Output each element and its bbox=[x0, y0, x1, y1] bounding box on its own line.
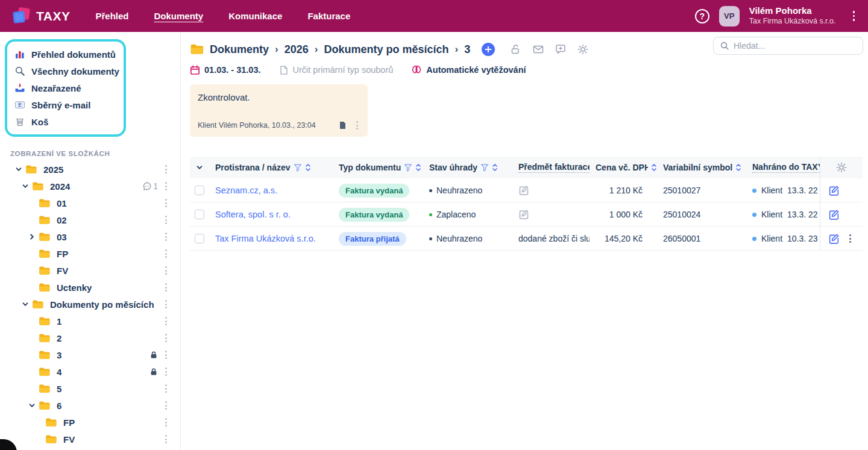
tree-folder-03[interactable]: 03 bbox=[0, 228, 180, 245]
quick-link-2[interactable]: Nezařazené bbox=[14, 80, 116, 96]
folder-menu-kebab-icon[interactable] bbox=[163, 366, 169, 377]
tree-folder-2024[interactable]: 20241 bbox=[0, 178, 180, 195]
breadcrumb-part-1[interactable]: 2026 bbox=[285, 43, 309, 56]
filter-icon[interactable] bbox=[294, 163, 302, 172]
filter-icon[interactable] bbox=[480, 163, 489, 172]
chevron-right-icon[interactable] bbox=[25, 232, 39, 242]
folder-menu-kebab-icon[interactable] bbox=[163, 299, 169, 310]
comment-plus-icon[interactable] bbox=[555, 43, 567, 55]
quick-link-0[interactable]: Přehled dokumentů bbox=[14, 46, 116, 63]
tree-folder-1[interactable]: 1 bbox=[0, 313, 180, 330]
folder-menu-kebab-icon[interactable] bbox=[163, 231, 169, 242]
counterparty-link[interactable]: Seznam.cz, a.s. bbox=[215, 186, 277, 195]
tree-folder-smlouvy[interactable]: Smlouvy bbox=[0, 448, 180, 450]
folder-menu-kebab-icon[interactable] bbox=[163, 282, 169, 293]
quick-link-1[interactable]: Všechny dokumenty bbox=[14, 63, 116, 80]
filter-icon[interactable] bbox=[404, 163, 412, 172]
auto-extract-toggle[interactable]: Automatické vytěžování bbox=[411, 64, 526, 75]
chevron-down-icon[interactable] bbox=[25, 401, 39, 410]
date-range[interactable]: 01.03. - 31.03. bbox=[190, 65, 261, 75]
nav-item-komunikace[interactable]: Komunikace bbox=[228, 11, 282, 21]
tree-folder-fv[interactable]: FV bbox=[0, 431, 180, 448]
folder-menu-kebab-icon[interactable] bbox=[163, 383, 169, 394]
folder-menu-kebab-icon[interactable] bbox=[163, 248, 169, 259]
note-document-icon[interactable] bbox=[339, 121, 347, 130]
tree-folder-2[interactable]: 2 bbox=[0, 330, 180, 346]
folder-menu-kebab-icon[interactable] bbox=[163, 265, 169, 276]
select-all-control[interactable] bbox=[190, 164, 209, 171]
nav-item-dokumenty[interactable]: Dokumenty bbox=[154, 11, 203, 21]
folder-menu-kebab-icon[interactable] bbox=[163, 181, 169, 192]
edit-row-icon[interactable] bbox=[828, 233, 840, 245]
payment-status[interactable]: Neuhrazeno bbox=[429, 234, 482, 243]
search-input[interactable] bbox=[734, 41, 857, 51]
tree-folder-dokumenty-po-měsících[interactable]: Dokumenty po měsících bbox=[0, 296, 180, 313]
user-menu-kebab-icon[interactable] bbox=[849, 8, 859, 23]
tree-folder-6[interactable]: 6 bbox=[0, 397, 180, 414]
folder-menu-kebab-icon[interactable] bbox=[163, 434, 169, 445]
tree-folder-fp[interactable]: FP bbox=[0, 414, 180, 431]
folder-menu-kebab-icon[interactable] bbox=[163, 198, 169, 208]
row-checkbox[interactable] bbox=[195, 234, 204, 243]
column-header-1[interactable]: Typ dokumentu bbox=[333, 163, 423, 172]
payment-status[interactable]: Neuhrazeno bbox=[429, 186, 482, 195]
row-menu-kebab-icon[interactable] bbox=[847, 233, 854, 244]
primary-type-action[interactable]: Určit primární typ souborů bbox=[279, 65, 394, 75]
envelope-icon[interactable] bbox=[532, 43, 544, 55]
row-checkbox[interactable] bbox=[195, 186, 204, 195]
tree-folder-02[interactable]: 02 bbox=[0, 211, 180, 228]
tree-folder-fv[interactable]: FV bbox=[0, 262, 180, 279]
edit-subject-icon[interactable] bbox=[518, 209, 529, 220]
quick-link-3[interactable]: ESběrný e-mail bbox=[14, 96, 116, 113]
folder-menu-kebab-icon[interactable] bbox=[163, 333, 169, 343]
sort-icon[interactable] bbox=[415, 163, 421, 172]
edit-row-icon[interactable] bbox=[828, 209, 840, 220]
edit-row-icon[interactable] bbox=[828, 185, 840, 196]
edit-subject-icon[interactable] bbox=[518, 185, 529, 196]
tree-folder-01[interactable]: 01 bbox=[0, 195, 180, 211]
tree-folder-4[interactable]: 4 bbox=[0, 363, 180, 380]
row-checkbox[interactable] bbox=[195, 210, 204, 219]
column-header-4[interactable]: Cena vč. DPH bbox=[590, 163, 657, 172]
tree-folder-fp[interactable]: FP bbox=[0, 245, 180, 262]
folder-menu-kebab-icon[interactable] bbox=[163, 214, 169, 225]
payment-status[interactable]: Zaplaceno bbox=[429, 210, 476, 219]
folder-menu-kebab-icon[interactable] bbox=[163, 417, 169, 428]
quick-link-4[interactable]: Koš bbox=[14, 113, 116, 130]
folder-menu-kebab-icon[interactable] bbox=[163, 316, 169, 327]
folder-menu-kebab-icon[interactable] bbox=[163, 349, 169, 360]
comment-count-badge[interactable]: 1 bbox=[142, 181, 158, 191]
nav-item-fakturace[interactable]: Fakturace bbox=[307, 11, 350, 21]
tree-folder-2025[interactable]: 2025 bbox=[0, 161, 180, 178]
app-logo[interactable]: TAXY bbox=[0, 6, 78, 27]
chevron-down-icon[interactable] bbox=[12, 164, 25, 174]
column-header-6[interactable]: Nahráno do TAXY bbox=[746, 162, 820, 173]
note-card[interactable]: Zkontrolovat. Klient Vilém Pohorka, 10.0… bbox=[190, 84, 368, 137]
unlock-icon[interactable] bbox=[510, 43, 522, 55]
folder-menu-kebab-icon[interactable] bbox=[163, 400, 169, 411]
tree-folder-3[interactable]: 3 bbox=[0, 346, 180, 363]
breadcrumb-part-0[interactable]: Dokumenty bbox=[210, 43, 269, 56]
counterparty-link[interactable]: Tax Firma Ukázková s.r.o. bbox=[215, 234, 316, 243]
search-box[interactable] bbox=[713, 37, 863, 55]
avatar[interactable]: VP bbox=[719, 6, 740, 27]
column-header-0[interactable]: Protistrana / název bbox=[209, 163, 333, 172]
chevron-down-icon[interactable] bbox=[19, 181, 32, 191]
add-document-button[interactable] bbox=[482, 43, 495, 56]
sort-icon[interactable] bbox=[735, 163, 741, 172]
tree-folder-5[interactable]: 5 bbox=[0, 380, 180, 397]
gear-icon[interactable] bbox=[577, 43, 589, 55]
column-header-5[interactable]: Variabilní symbol bbox=[657, 163, 746, 172]
column-header-2[interactable]: Stav úhrady bbox=[423, 163, 512, 172]
sort-icon[interactable] bbox=[492, 163, 498, 172]
note-menu-kebab-icon[interactable] bbox=[354, 120, 360, 131]
table-settings-gear-icon[interactable] bbox=[820, 157, 863, 178]
folder-menu-kebab-icon[interactable] bbox=[163, 164, 169, 175]
tree-folder-uctenky[interactable]: Uctenky bbox=[0, 279, 180, 296]
column-header-3[interactable]: Předmět fakturace bbox=[512, 162, 590, 173]
user-info[interactable]: Vilém Pohorka Tax Firma Ukázková s.r.o. bbox=[749, 5, 836, 26]
breadcrumb-part-3[interactable]: 3 bbox=[464, 43, 470, 56]
sort-icon[interactable] bbox=[305, 163, 311, 172]
chevron-down-icon[interactable] bbox=[19, 299, 32, 309]
counterparty-link[interactable]: Softera, spol. s r. o. bbox=[215, 210, 291, 219]
